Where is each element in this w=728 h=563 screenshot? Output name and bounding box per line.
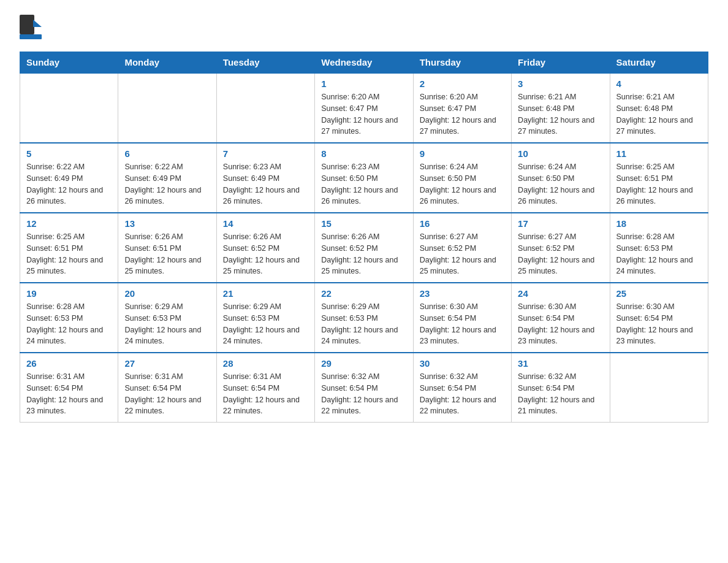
day-number: 9: [420, 148, 505, 159]
calendar-cell: 1Sunrise: 6:20 AM Sunset: 6:47 PM Daylig…: [315, 73, 413, 143]
day-info: Sunrise: 6:23 AM Sunset: 6:49 PM Dayligh…: [223, 161, 308, 207]
day-number: 12: [26, 218, 112, 229]
day-number: 19: [26, 288, 112, 299]
svg-marker-1: [33, 20, 42, 27]
day-info: Sunrise: 6:23 AM Sunset: 6:50 PM Dayligh…: [321, 161, 406, 207]
calendar-cell: 31Sunrise: 6:32 AM Sunset: 6:54 PM Dayli…: [512, 353, 610, 423]
calendar-cell: 11Sunrise: 6:25 AM Sunset: 6:51 PM Dayli…: [610, 143, 708, 213]
svg-rect-0: [20, 15, 34, 34]
day-number: 15: [321, 218, 406, 229]
day-number: 29: [321, 358, 406, 369]
day-info: Sunrise: 6:31 AM Sunset: 6:54 PM Dayligh…: [124, 371, 210, 417]
calendar-week-row: 12Sunrise: 6:25 AM Sunset: 6:51 PM Dayli…: [20, 213, 708, 283]
day-info: Sunrise: 6:29 AM Sunset: 6:53 PM Dayligh…: [124, 301, 210, 347]
day-info: Sunrise: 6:30 AM Sunset: 6:54 PM Dayligh…: [518, 301, 603, 347]
calendar-cell: 20Sunrise: 6:29 AM Sunset: 6:53 PM Dayli…: [118, 283, 216, 353]
calendar-header: SundayMondayTuesdayWednesdayThursdayFrid…: [20, 52, 708, 74]
day-number: 8: [321, 148, 406, 159]
day-number: 16: [420, 218, 505, 229]
calendar-cell: 25Sunrise: 6:30 AM Sunset: 6:54 PM Dayli…: [610, 283, 708, 353]
day-number: 14: [223, 218, 308, 229]
calendar-week-row: 26Sunrise: 6:31 AM Sunset: 6:54 PM Dayli…: [20, 353, 708, 423]
day-info: Sunrise: 6:21 AM Sunset: 6:48 PM Dayligh…: [616, 91, 702, 137]
weekday-header-thursday: Thursday: [413, 52, 511, 74]
day-info: Sunrise: 6:27 AM Sunset: 6:52 PM Dayligh…: [518, 231, 603, 277]
calendar-cell: 22Sunrise: 6:29 AM Sunset: 6:53 PM Dayli…: [315, 283, 413, 353]
calendar-cell: [216, 73, 314, 143]
day-info: Sunrise: 6:22 AM Sunset: 6:49 PM Dayligh…: [124, 161, 210, 207]
calendar-body: 1Sunrise: 6:20 AM Sunset: 6:47 PM Daylig…: [20, 73, 708, 423]
day-number: 21: [223, 288, 308, 299]
day-number: 6: [124, 148, 210, 159]
day-info: Sunrise: 6:31 AM Sunset: 6:54 PM Dayligh…: [223, 371, 308, 417]
calendar-cell: 24Sunrise: 6:30 AM Sunset: 6:54 PM Dayli…: [512, 283, 610, 353]
calendar-cell: 2Sunrise: 6:20 AM Sunset: 6:47 PM Daylig…: [413, 73, 511, 143]
weekday-header-tuesday: Tuesday: [216, 52, 314, 74]
day-info: Sunrise: 6:26 AM Sunset: 6:52 PM Dayligh…: [321, 231, 406, 277]
calendar-cell: 10Sunrise: 6:24 AM Sunset: 6:50 PM Dayli…: [512, 143, 610, 213]
day-number: 31: [518, 358, 603, 369]
day-info: Sunrise: 6:22 AM Sunset: 6:49 PM Dayligh…: [26, 161, 112, 207]
calendar-cell: 7Sunrise: 6:23 AM Sunset: 6:49 PM Daylig…: [216, 143, 314, 213]
day-info: Sunrise: 6:20 AM Sunset: 6:47 PM Dayligh…: [420, 91, 505, 137]
day-number: 30: [420, 358, 505, 369]
calendar-cell: [20, 73, 118, 143]
calendar-cell: 27Sunrise: 6:31 AM Sunset: 6:54 PM Dayli…: [118, 353, 216, 423]
day-info: Sunrise: 6:26 AM Sunset: 6:51 PM Dayligh…: [124, 231, 210, 277]
day-info: Sunrise: 6:30 AM Sunset: 6:54 PM Dayligh…: [420, 301, 505, 347]
calendar-cell: 6Sunrise: 6:22 AM Sunset: 6:49 PM Daylig…: [118, 143, 216, 213]
weekday-header-row: SundayMondayTuesdayWednesdayThursdayFrid…: [20, 52, 708, 74]
calendar-cell: 21Sunrise: 6:29 AM Sunset: 6:53 PM Dayli…: [216, 283, 314, 353]
calendar-cell: 15Sunrise: 6:26 AM Sunset: 6:52 PM Dayli…: [315, 213, 413, 283]
day-info: Sunrise: 6:25 AM Sunset: 6:51 PM Dayligh…: [616, 161, 702, 207]
day-number: 22: [321, 288, 406, 299]
day-info: Sunrise: 6:32 AM Sunset: 6:54 PM Dayligh…: [518, 371, 603, 417]
day-info: Sunrise: 6:29 AM Sunset: 6:53 PM Dayligh…: [321, 301, 406, 347]
day-number: 18: [616, 218, 702, 229]
weekday-header-wednesday: Wednesday: [315, 52, 413, 74]
calendar-cell: [610, 353, 708, 423]
day-number: 20: [124, 288, 210, 299]
day-number: 1: [321, 79, 406, 89]
calendar-table: SundayMondayTuesdayWednesdayThursdayFrid…: [20, 52, 708, 423]
day-number: 13: [124, 218, 210, 229]
svg-rect-2: [20, 34, 42, 39]
calendar-cell: 19Sunrise: 6:28 AM Sunset: 6:53 PM Dayli…: [20, 283, 118, 353]
logo-icon: [20, 15, 42, 43]
day-number: 11: [616, 148, 702, 159]
day-info: Sunrise: 6:30 AM Sunset: 6:54 PM Dayligh…: [616, 301, 702, 347]
calendar-cell: 18Sunrise: 6:28 AM Sunset: 6:53 PM Dayli…: [610, 213, 708, 283]
day-number: 28: [223, 358, 308, 369]
calendar-cell: 13Sunrise: 6:26 AM Sunset: 6:51 PM Dayli…: [118, 213, 216, 283]
page-header: [20, 15, 708, 43]
calendar-cell: 9Sunrise: 6:24 AM Sunset: 6:50 PM Daylig…: [413, 143, 511, 213]
day-info: Sunrise: 6:32 AM Sunset: 6:54 PM Dayligh…: [420, 371, 505, 417]
day-number: 2: [420, 79, 505, 89]
calendar-cell: [118, 73, 216, 143]
calendar-cell: 5Sunrise: 6:22 AM Sunset: 6:49 PM Daylig…: [20, 143, 118, 213]
day-info: Sunrise: 6:31 AM Sunset: 6:54 PM Dayligh…: [26, 371, 112, 417]
calendar-cell: 3Sunrise: 6:21 AM Sunset: 6:48 PM Daylig…: [512, 73, 610, 143]
calendar-week-row: 1Sunrise: 6:20 AM Sunset: 6:47 PM Daylig…: [20, 73, 708, 143]
weekday-header-sunday: Sunday: [20, 52, 118, 74]
day-info: Sunrise: 6:32 AM Sunset: 6:54 PM Dayligh…: [321, 371, 406, 417]
day-number: 7: [223, 148, 308, 159]
calendar-cell: 23Sunrise: 6:30 AM Sunset: 6:54 PM Dayli…: [413, 283, 511, 353]
calendar-week-row: 19Sunrise: 6:28 AM Sunset: 6:53 PM Dayli…: [20, 283, 708, 353]
calendar-cell: 12Sunrise: 6:25 AM Sunset: 6:51 PM Dayli…: [20, 213, 118, 283]
day-info: Sunrise: 6:28 AM Sunset: 6:53 PM Dayligh…: [26, 301, 112, 347]
calendar-cell: 26Sunrise: 6:31 AM Sunset: 6:54 PM Dayli…: [20, 353, 118, 423]
day-number: 10: [518, 148, 603, 159]
calendar-cell: 29Sunrise: 6:32 AM Sunset: 6:54 PM Dayli…: [315, 353, 413, 423]
day-info: Sunrise: 6:27 AM Sunset: 6:52 PM Dayligh…: [420, 231, 505, 277]
day-number: 17: [518, 218, 603, 229]
day-number: 26: [26, 358, 112, 369]
day-info: Sunrise: 6:26 AM Sunset: 6:52 PM Dayligh…: [223, 231, 308, 277]
day-number: 27: [124, 358, 210, 369]
calendar-cell: 30Sunrise: 6:32 AM Sunset: 6:54 PM Dayli…: [413, 353, 511, 423]
day-info: Sunrise: 6:21 AM Sunset: 6:48 PM Dayligh…: [518, 91, 603, 137]
calendar-cell: 4Sunrise: 6:21 AM Sunset: 6:48 PM Daylig…: [610, 73, 708, 143]
calendar-cell: 17Sunrise: 6:27 AM Sunset: 6:52 PM Dayli…: [512, 213, 610, 283]
calendar-cell: 16Sunrise: 6:27 AM Sunset: 6:52 PM Dayli…: [413, 213, 511, 283]
calendar-week-row: 5Sunrise: 6:22 AM Sunset: 6:49 PM Daylig…: [20, 143, 708, 213]
